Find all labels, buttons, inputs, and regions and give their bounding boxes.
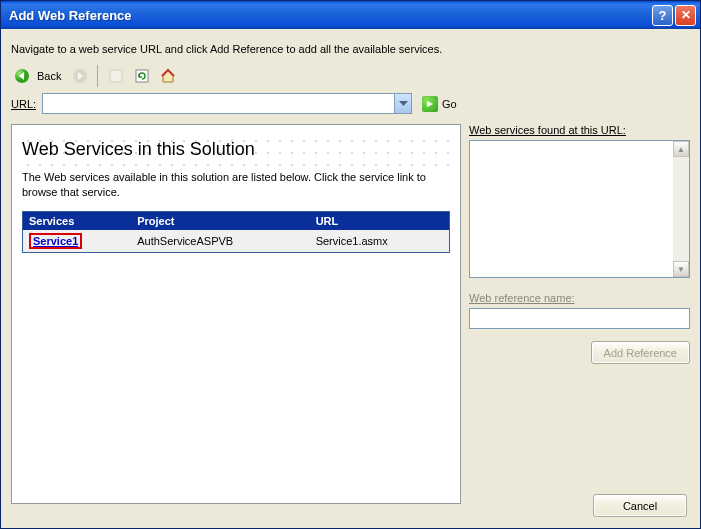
close-button[interactable]: ✕ — [675, 5, 696, 26]
help-button[interactable]: ? — [652, 5, 673, 26]
chevron-down-icon — [399, 101, 408, 107]
found-services-listbox[interactable]: ▲ ▼ — [469, 140, 690, 278]
scroll-down-button[interactable]: ▼ — [673, 261, 689, 277]
table-header-row: Services Project URL — [23, 211, 450, 230]
refresh-icon — [135, 69, 149, 83]
toolbar-separator — [97, 65, 99, 87]
url-row: URL: Go — [11, 93, 690, 114]
nav-toolbar: Back — [11, 65, 690, 87]
found-label: Web services found at this URL: — [469, 124, 690, 136]
col-services: Services — [23, 211, 132, 230]
chevron-down-icon: ▼ — [677, 265, 685, 274]
url-combobox[interactable] — [42, 93, 412, 114]
svg-rect-2 — [110, 70, 122, 82]
scroll-up-button[interactable]: ▲ — [673, 141, 689, 157]
close-icon: ✕ — [681, 8, 691, 22]
url-dropdown-button[interactable] — [394, 94, 411, 113]
window-title: Add Web Reference — [9, 8, 650, 23]
titlebar: Add Web Reference ? ✕ — [1, 1, 700, 29]
back-label: Back — [35, 70, 65, 82]
service-link-highlight: Service1 — [29, 233, 82, 249]
url-input[interactable] — [43, 94, 394, 113]
cell-project: AuthServiceASPVB — [131, 230, 309, 253]
forward-button[interactable] — [69, 65, 91, 87]
stop-button[interactable] — [105, 65, 127, 87]
back-icon — [14, 68, 30, 84]
stop-icon — [109, 69, 123, 83]
ref-name-field[interactable] — [469, 308, 690, 329]
service-link[interactable]: Service1 — [33, 235, 78, 247]
go-button[interactable]: Go — [418, 93, 461, 114]
browser-pane: Web Services in this Solution The Web se… — [11, 124, 461, 504]
url-label: URL: — [11, 98, 36, 110]
svg-rect-3 — [136, 70, 148, 82]
forward-icon — [72, 68, 88, 84]
chevron-up-icon: ▲ — [677, 145, 685, 154]
home-icon — [160, 68, 176, 84]
add-reference-button[interactable]: Add Reference — [591, 341, 690, 364]
back-button[interactable] — [11, 65, 33, 87]
browser-heading: Web Services in this Solution — [22, 135, 450, 166]
instruction-text: Navigate to a web service URL and click … — [11, 43, 690, 55]
ref-name-input[interactable] — [470, 309, 689, 328]
table-row: Service1 AuthServiceASPVB Service1.asmx — [23, 230, 450, 253]
services-table: Services Project URL Service1 AuthServic… — [22, 211, 450, 253]
listbox-scrollbar[interactable]: ▲ ▼ — [673, 141, 689, 277]
cancel-button[interactable]: Cancel — [593, 494, 687, 517]
help-icon: ? — [659, 8, 667, 23]
cell-url: Service1.asmx — [310, 230, 450, 253]
col-url: URL — [310, 211, 450, 230]
col-project: Project — [131, 211, 309, 230]
browser-description: The Web services available in this solut… — [22, 170, 450, 201]
go-icon — [422, 96, 438, 112]
refresh-button[interactable] — [131, 65, 153, 87]
go-label: Go — [442, 98, 457, 110]
home-button[interactable] — [157, 65, 179, 87]
ref-name-label: Web reference name: — [469, 292, 690, 304]
